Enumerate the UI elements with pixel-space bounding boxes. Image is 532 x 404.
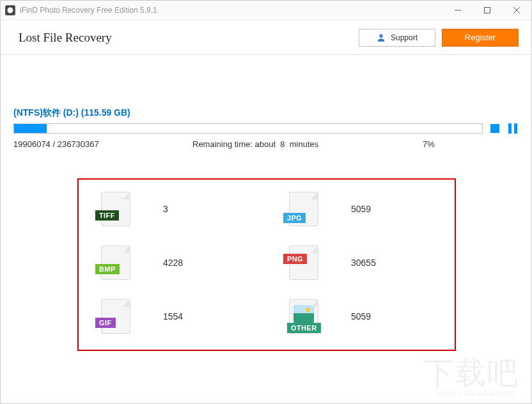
app-icon: [4, 4, 16, 16]
app-window: iFinD Photo Recovery Free Edition 5.9.1 …: [0, 0, 532, 404]
gif-badge: GIF: [95, 318, 116, 328]
progress-row: [13, 123, 519, 134]
minimize-button[interactable]: [443, 1, 473, 20]
body-area: (NTFS)软件 (D:) (115.59 GB) 19906074 / 236…: [1, 55, 531, 351]
jpg-badge: JPG: [283, 213, 306, 223]
stop-button[interactable]: [489, 123, 501, 134]
pause-icon: [514, 123, 517, 134]
png-count: 30655: [351, 258, 376, 268]
register-button[interactable]: Register: [442, 29, 519, 47]
window-title: iFinD Photo Recovery Free Edition 5.9.1: [20, 6, 157, 15]
toolbar: Lost File Recovery Support Register: [1, 20, 531, 55]
percent-text: 7%: [397, 139, 519, 149]
result-item-other[interactable]: OTHER5059: [286, 299, 435, 334]
window-controls: [443, 1, 531, 20]
tiff-count: 3: [163, 204, 168, 214]
pause-button[interactable]: [507, 123, 519, 134]
result-item-png[interactable]: PNG30655: [286, 245, 435, 281]
jpg-count: 5059: [351, 204, 371, 214]
other-badge: OTHER: [287, 323, 321, 333]
maximize-button[interactable]: [473, 1, 502, 20]
watermark: 下载吧: [423, 353, 519, 394]
svg-point-1: [8, 8, 13, 13]
register-label: Register: [465, 33, 496, 42]
support-button[interactable]: Support: [359, 29, 435, 47]
other-file-icon: OTHER: [286, 299, 322, 334]
pause-icon: [508, 123, 512, 134]
tiff-file-icon: TIFF: [98, 191, 134, 227]
result-item-tiff[interactable]: TIFF3: [98, 191, 247, 227]
jpg-file-icon: JPG: [286, 191, 322, 227]
bmp-count: 4228: [163, 258, 183, 268]
bmp-file-icon: BMP: [98, 245, 134, 281]
remaining-text: Remaining time: about 8 minutes: [192, 139, 397, 149]
gif-count: 1554: [163, 311, 183, 322]
svg-rect-3: [485, 8, 490, 13]
stop-icon: [490, 124, 499, 133]
svg-point-6: [379, 34, 382, 37]
results-grid: TIFF3JPG5059BMP4228PNG30655GIF1554OTHER5…: [98, 191, 435, 334]
other-count: 5059: [351, 311, 371, 322]
progress-bar: [13, 123, 483, 134]
result-item-jpg[interactable]: JPG5059: [286, 191, 435, 227]
close-button[interactable]: [502, 1, 531, 20]
gif-file-icon: GIF: [98, 299, 134, 334]
drive-info: (NTFS)软件 (D:) (115.59 GB): [13, 107, 519, 119]
tiff-badge: TIFF: [95, 210, 119, 221]
result-item-gif[interactable]: GIF1554: [98, 299, 247, 334]
png-badge: PNG: [283, 254, 307, 264]
person-icon: [377, 33, 386, 42]
stats-row: 19906074 / 236730367 Remaining time: abo…: [13, 139, 519, 149]
results-panel: TIFF3JPG5059BMP4228PNG30655GIF1554OTHER5…: [77, 178, 456, 351]
watermark-sub: www.xiazaiba.com: [437, 388, 515, 398]
progress-fill: [14, 124, 47, 133]
bmp-badge: BMP: [95, 264, 120, 274]
png-file-icon: PNG: [286, 245, 322, 281]
sectors-text: 19906074 / 236730367: [13, 139, 192, 149]
result-item-bmp[interactable]: BMP4228: [98, 245, 247, 281]
titlebar: iFinD Photo Recovery Free Edition 5.9.1: [1, 1, 531, 20]
support-label: Support: [391, 33, 418, 42]
page-title: Lost File Recovery: [19, 31, 112, 45]
